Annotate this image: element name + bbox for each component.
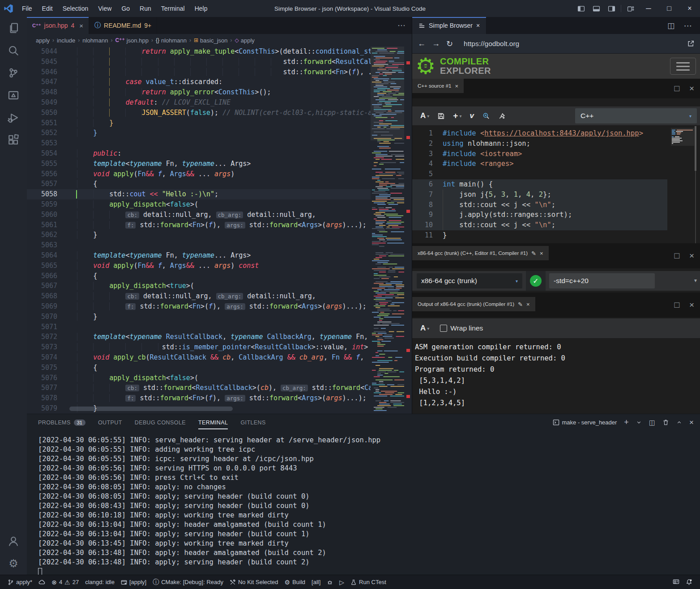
tab-simple-browser[interactable]: Simple Browser × bbox=[412, 17, 487, 34]
rename-pane-icon[interactable]: ✎ bbox=[518, 301, 523, 308]
breadcrumb-item-nlohmann[interactable]: nlohmann bbox=[82, 37, 108, 44]
open-external-icon[interactable] bbox=[687, 40, 695, 47]
terminal-output[interactable]: [2022-04-30 06:05:55] INFO: serve_header… bbox=[27, 432, 700, 575]
code-editor[interactable]: 5044 return apply_make_tuple<ConstThis>(… bbox=[27, 47, 412, 414]
close-pane-icon[interactable]: × bbox=[689, 300, 694, 310]
menu-run[interactable]: Run bbox=[135, 5, 156, 12]
status-problems[interactable]: ⊗4⚠27 bbox=[48, 575, 82, 589]
new-terminal-icon[interactable]: + bbox=[624, 418, 629, 427]
reload-icon[interactable]: ↻ bbox=[446, 39, 453, 49]
options-dropdown-icon[interactable]: ▾ bbox=[694, 277, 697, 284]
breadcrumb-item-json.hpp[interactable]: C⁺⁺json.hpp bbox=[115, 37, 149, 44]
customize-layout-icon[interactable] bbox=[623, 0, 638, 17]
menu-help[interactable]: Help bbox=[190, 5, 213, 12]
status-cmake-launch[interactable]: ▷ bbox=[336, 575, 347, 589]
split-terminal-icon[interactable]: ◫ bbox=[649, 419, 655, 427]
horizontal-scrollbar[interactable] bbox=[69, 407, 233, 411]
maximize-panel-icon[interactable] bbox=[676, 420, 682, 425]
status-clangd-status[interactable]: clangd: idle bbox=[82, 575, 118, 589]
panel-tab-terminal[interactable]: TERMINAL bbox=[198, 415, 228, 431]
close-pane-icon[interactable]: × bbox=[689, 84, 694, 93]
hamburger-menu-icon[interactable] bbox=[670, 58, 696, 75]
more-actions-icon[interactable]: ⋯ bbox=[680, 17, 696, 34]
status-ctest[interactable]: Run CTest bbox=[347, 575, 389, 589]
source-minimap[interactable] bbox=[671, 128, 694, 177]
rename-pane-icon[interactable]: ✎ bbox=[531, 250, 536, 257]
activity-explorer[interactable] bbox=[0, 17, 27, 39]
language-select[interactable]: C++ ▾ bbox=[575, 108, 697, 123]
close-tab-icon[interactable]: × bbox=[79, 22, 83, 30]
compiler-select[interactable]: x86-64 gcc (trunk) ▾ bbox=[417, 273, 522, 288]
status-cmake-project[interactable]: [apply] bbox=[118, 575, 149, 589]
maximize-button[interactable]: □ bbox=[659, 0, 679, 17]
activity-search[interactable] bbox=[0, 39, 27, 62]
back-icon[interactable]: ← bbox=[418, 39, 426, 48]
activity-account[interactable] bbox=[0, 530, 27, 552]
zoom-icon[interactable] bbox=[482, 112, 490, 120]
url-input[interactable]: https://godbolt.org bbox=[459, 40, 681, 48]
status-feedback[interactable] bbox=[670, 579, 683, 585]
close-tab-icon[interactable]: × bbox=[476, 22, 480, 29]
menu-file[interactable]: File bbox=[17, 5, 37, 12]
tab-README.md[interactable]: ⓘREADME.md9+ bbox=[89, 17, 157, 34]
activity-source-control[interactable] bbox=[0, 62, 27, 84]
save-icon[interactable] bbox=[437, 112, 445, 120]
menu-terminal[interactable]: Terminal bbox=[156, 5, 190, 12]
toggle-sidebar-left-icon[interactable] bbox=[573, 0, 589, 17]
compiler-pane-header[interactable]: x86-64 gcc (trunk) (C++, Editor #1, Comp… bbox=[412, 243, 700, 268]
forward-icon[interactable]: → bbox=[432, 39, 440, 48]
close-pane-icon[interactable]: × bbox=[689, 251, 694, 261]
split-editor-icon[interactable]: ◫ bbox=[663, 17, 679, 34]
menu-view[interactable]: View bbox=[93, 5, 116, 12]
program-output[interactable]: ASM generation compiler returned: 0Execu… bbox=[412, 338, 700, 414]
panel-tab-output[interactable]: OUTPUT bbox=[98, 415, 122, 431]
compiler-pane-tab[interactable]: x86-64 gcc (trunk) (C++, Editor #1, Comp… bbox=[412, 246, 549, 260]
status-cmake-kit[interactable]: No Kit Selected bbox=[226, 575, 282, 589]
activity-settings[interactable]: ⚙ bbox=[0, 552, 27, 575]
source-code-editor[interactable]: 1#include <https://localhost:8443/apply/… bbox=[412, 126, 700, 243]
font-size-icon[interactable]: A▾ bbox=[420, 324, 429, 333]
source-pane-tab[interactable]: C++ source #1 × bbox=[412, 79, 464, 93]
toggle-sidebar-right-icon[interactable] bbox=[604, 0, 619, 17]
menu-selection[interactable]: Selection bbox=[58, 5, 94, 12]
breadcrumb-item-include[interactable]: include bbox=[57, 37, 75, 44]
terminal-dropdown-icon[interactable] bbox=[636, 420, 642, 425]
more-editor-actions-icon[interactable]: ⋯ bbox=[391, 17, 412, 34]
status-cmake-debug[interactable] bbox=[324, 575, 336, 589]
font-size-icon[interactable]: A▾ bbox=[420, 111, 429, 120]
compiler-options-input[interactable]: -std=c++20 bbox=[549, 273, 655, 288]
activity-cmake[interactable] bbox=[0, 84, 27, 106]
breadcrumb-item-nlohmann[interactable]: {}nlohmann bbox=[156, 37, 187, 44]
activity-run-debug[interactable] bbox=[0, 106, 27, 129]
output-pane-tab[interactable]: Output of x86-64 gcc (trunk) (Compiler #… bbox=[412, 297, 535, 311]
tools-dropdown-icon[interactable] bbox=[498, 112, 506, 120]
status-git-branch[interactable]: apply* bbox=[4, 575, 35, 589]
breadcrumb-item-apply[interactable]: ◇apply bbox=[235, 37, 255, 44]
close-source-pane-icon[interactable]: × bbox=[455, 83, 458, 89]
status-cmake-target[interactable]: [all] bbox=[308, 575, 324, 589]
panel-tab-problems[interactable]: PROBLEMS31 bbox=[38, 415, 85, 431]
close-window-button[interactable]: × bbox=[679, 0, 700, 17]
terminal-profile-select[interactable]: make - serve_header bbox=[553, 419, 617, 426]
breadcrumb-item-basic_json[interactable]: ⊞basic_json bbox=[194, 37, 228, 44]
kill-terminal-icon[interactable] bbox=[662, 419, 669, 426]
menu-edit[interactable]: Edit bbox=[37, 5, 58, 12]
close-output-p ane-icon[interactable]: × bbox=[526, 301, 530, 308]
vim-mode-icon[interactable]: v bbox=[470, 111, 474, 120]
panel-tab-gitlens[interactable]: GITLENS bbox=[240, 415, 265, 431]
add-pane-icon[interactable]: +▾ bbox=[453, 111, 461, 121]
status-cmake-status[interactable]: ⓘCMake: [Debug]: Ready bbox=[149, 575, 226, 589]
panel-tab-debug-console[interactable]: DEBUG CONSOLE bbox=[135, 415, 186, 431]
minimize-button[interactable]: ─ bbox=[638, 0, 659, 17]
breadcrumb-item-apply[interactable]: apply bbox=[36, 37, 50, 44]
source-scrollbar[interactable] bbox=[695, 126, 696, 243]
source-pane-header[interactable]: C++ source #1 × □ × bbox=[412, 79, 700, 98]
maximize-pane-icon[interactable]: □ bbox=[674, 84, 679, 93]
minimap-slider[interactable] bbox=[371, 47, 404, 140]
menu-go[interactable]: Go bbox=[116, 5, 135, 12]
status-notifications[interactable] bbox=[683, 579, 696, 585]
maximize-pane-icon[interactable]: □ bbox=[674, 300, 679, 310]
wrap-lines-checkbox[interactable] bbox=[440, 325, 447, 332]
status-publish[interactable] bbox=[35, 575, 48, 589]
output-pane-header[interactable]: Output of x86-64 gcc (trunk) (Compiler #… bbox=[412, 292, 700, 318]
